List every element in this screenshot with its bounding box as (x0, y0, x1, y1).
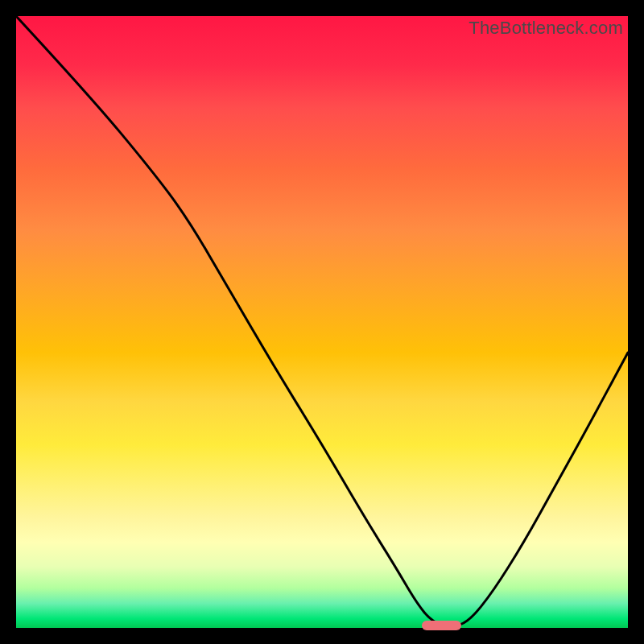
bottleneck-curve (16, 16, 628, 628)
plot-area: TheBottleneck.com (16, 16, 628, 628)
optimal-marker (422, 621, 461, 631)
chart-container: TheBottleneck.com (14, 14, 630, 630)
